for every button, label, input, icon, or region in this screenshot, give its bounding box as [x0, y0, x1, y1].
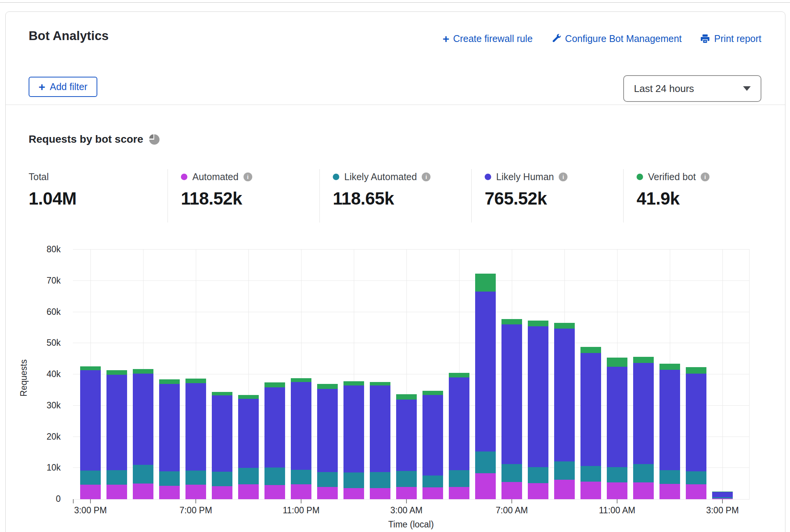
bar-segment-automated[interactable] — [528, 483, 548, 499]
bar-segment-verified-bot[interactable] — [106, 370, 127, 374]
bar-segment-verified-bot[interactable] — [554, 323, 575, 329]
bar-segment-likely-human[interactable] — [159, 384, 180, 471]
create-firewall-rule-link[interactable]: + Create firewall rule — [443, 33, 533, 44]
bar-segment-automated[interactable] — [501, 482, 522, 499]
bar-segment-likely-human[interactable] — [80, 370, 101, 470]
bar-segment-verified-bot[interactable] — [317, 384, 338, 389]
bar-segment-verified-bot[interactable] — [133, 369, 153, 374]
bar-segment-likely-human[interactable] — [370, 385, 390, 472]
bar-segment-automated[interactable] — [449, 487, 469, 499]
bar-segment-likely-automated[interactable] — [291, 470, 311, 484]
bar-segment-verified-bot[interactable] — [633, 357, 654, 363]
bar-segment-likely-automated[interactable] — [80, 471, 101, 485]
bar-segment-verified-bot[interactable] — [291, 378, 311, 382]
print-report-link[interactable]: Print report — [700, 33, 761, 44]
bar-segment-verified-bot[interactable] — [449, 373, 469, 377]
bar-segment-verified-bot[interactable] — [264, 382, 285, 387]
bar-segment-likely-human[interactable] — [396, 400, 417, 471]
bar-segment-likely-automated[interactable] — [712, 497, 733, 498]
time-range-select[interactable]: Last 24 hours — [623, 75, 761, 102]
bar-segment-likely-human[interactable] — [291, 382, 311, 470]
bar-segment-likely-human[interactable] — [475, 292, 496, 451]
bar-segment-verified-bot[interactable] — [607, 358, 627, 367]
bar-segment-verified-bot[interactable] — [159, 379, 180, 384]
info-icon[interactable]: i — [243, 172, 252, 181]
bar-segment-likely-automated[interactable] — [422, 476, 443, 487]
bar-segment-likely-human[interactable] — [106, 375, 127, 470]
bar-segment-likely-human[interactable] — [607, 367, 627, 467]
bar-segment-likely-human[interactable] — [528, 326, 548, 467]
bar-segment-likely-automated[interactable] — [659, 470, 680, 484]
bar-segment-likely-automated[interactable] — [185, 471, 206, 485]
bar-segment-likely-automated[interactable] — [159, 471, 180, 486]
bar-segment-likely-human[interactable] — [449, 377, 469, 470]
bar-segment-likely-human[interactable] — [133, 374, 153, 465]
bar-segment-verified-bot[interactable] — [528, 321, 548, 327]
bar-segment-automated[interactable] — [159, 486, 180, 499]
bar-segment-likely-human[interactable] — [633, 363, 654, 464]
bar-segment-likely-automated[interactable] — [212, 472, 232, 486]
bar-segment-likely-automated[interactable] — [580, 466, 601, 482]
bar-segment-likely-automated[interactable] — [317, 472, 338, 487]
bar-segment-verified-bot[interactable] — [238, 395, 259, 399]
bar-segment-likely-automated[interactable] — [686, 471, 706, 484]
bar-segment-verified-bot[interactable] — [475, 274, 496, 292]
bar-segment-verified-bot[interactable] — [396, 394, 417, 400]
bar-segment-automated[interactable] — [264, 485, 285, 499]
bar-segment-likely-automated[interactable] — [501, 464, 522, 482]
bar-segment-likely-human[interactable] — [185, 383, 206, 471]
bar-segment-likely-human[interactable] — [554, 329, 575, 461]
bar-segment-likely-human[interactable] — [422, 395, 443, 476]
bar-segment-likely-automated[interactable] — [528, 467, 548, 484]
bar-segment-automated[interactable] — [607, 482, 627, 499]
bar-segment-verified-bot[interactable] — [686, 367, 706, 373]
bar-segment-likely-automated[interactable] — [238, 468, 259, 484]
bar-segment-automated[interactable] — [475, 473, 496, 499]
bar-segment-automated[interactable] — [554, 480, 575, 499]
bar-segment-automated[interactable] — [238, 484, 259, 499]
bar-segment-likely-human[interactable] — [712, 492, 733, 497]
add-filter-button[interactable]: + Add filter — [29, 77, 97, 97]
bar-segment-likely-human[interactable] — [238, 399, 259, 468]
bar-segment-likely-automated[interactable] — [475, 451, 496, 473]
bar-segment-likely-automated[interactable] — [106, 470, 127, 485]
configure-bot-management-link[interactable]: Configure Bot Management — [551, 33, 682, 44]
bar-segment-automated[interactable] — [106, 485, 127, 499]
bar-segment-likely-human[interactable] — [580, 353, 601, 466]
bar-segment-likely-automated[interactable] — [449, 470, 469, 487]
bar-segment-verified-bot[interactable] — [212, 392, 232, 395]
bar-segment-likely-automated[interactable] — [396, 471, 417, 487]
bar-segment-automated[interactable] — [185, 485, 206, 499]
bar-segment-likely-automated[interactable] — [343, 472, 364, 488]
bar-segment-likely-automated[interactable] — [133, 465, 153, 484]
bar-segment-verified-bot[interactable] — [343, 381, 364, 385]
bar-segment-verified-bot[interactable] — [185, 379, 206, 383]
bar-segment-verified-bot[interactable] — [580, 347, 601, 353]
bar-segment-likely-automated[interactable] — [370, 472, 390, 488]
bar-segment-verified-bot[interactable] — [422, 391, 443, 395]
bar-segment-verified-bot[interactable] — [712, 492, 733, 492]
bar-segment-automated[interactable] — [396, 487, 417, 499]
bar-segment-automated[interactable] — [422, 487, 443, 499]
bar-segment-likely-human[interactable] — [264, 387, 285, 468]
bar-segment-likely-automated[interactable] — [607, 467, 627, 482]
bar-segment-automated[interactable] — [212, 486, 232, 499]
bar-segment-likely-human[interactable] — [212, 395, 232, 472]
bar-segment-automated[interactable] — [133, 484, 153, 499]
info-icon[interactable]: i — [559, 172, 568, 181]
bar-segment-automated[interactable] — [317, 487, 338, 499]
bar-segment-likely-human[interactable] — [501, 324, 522, 464]
info-icon[interactable]: i — [701, 172, 709, 181]
bar-segment-automated[interactable] — [659, 484, 680, 499]
bar-segment-likely-automated[interactable] — [633, 464, 654, 482]
bar-segment-likely-automated[interactable] — [264, 468, 285, 485]
bar-segment-automated[interactable] — [686, 484, 706, 499]
bar-segment-automated[interactable] — [343, 488, 364, 499]
bar-segment-automated[interactable] — [633, 482, 654, 499]
bar-segment-verified-bot[interactable] — [370, 382, 390, 386]
bar-segment-likely-human[interactable] — [317, 389, 338, 472]
bar-segment-likely-human[interactable] — [686, 374, 706, 472]
bar-segment-verified-bot[interactable] — [80, 366, 101, 371]
bar-segment-verified-bot[interactable] — [501, 319, 522, 325]
bar-segment-likely-human[interactable] — [343, 385, 364, 472]
